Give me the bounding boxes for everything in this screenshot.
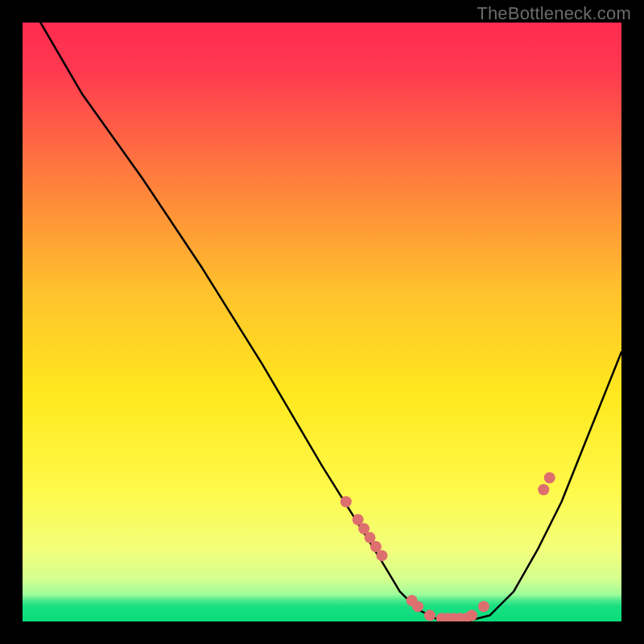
marker-point bbox=[424, 610, 436, 621]
chart-svg bbox=[23, 23, 621, 621]
chart-plot-area bbox=[23, 23, 621, 621]
watermark-text: TheBottleneck.com bbox=[477, 3, 631, 24]
marker-point bbox=[478, 601, 489, 612]
marker-point bbox=[538, 484, 549, 495]
marker-point bbox=[341, 496, 352, 507]
marker-point bbox=[412, 601, 423, 612]
chart-frame: TheBottleneck.com bbox=[0, 0, 644, 644]
chart-background bbox=[23, 23, 621, 621]
marker-point bbox=[376, 550, 387, 561]
marker-point bbox=[466, 610, 477, 621]
marker-point bbox=[544, 472, 555, 483]
